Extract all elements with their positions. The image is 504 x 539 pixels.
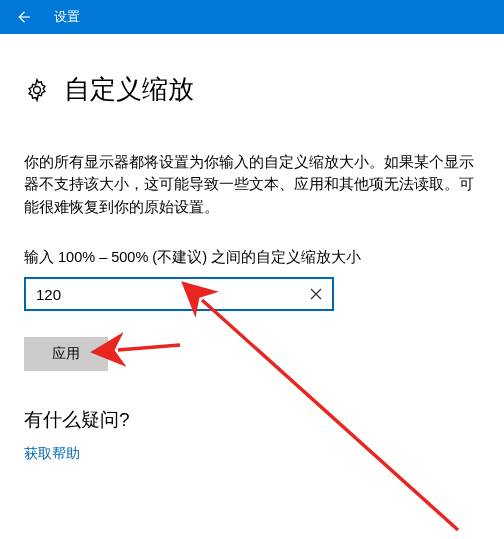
svg-point-0	[34, 86, 41, 93]
title-row: 自定义缩放	[24, 72, 480, 107]
close-icon	[310, 288, 322, 300]
back-arrow-icon	[14, 8, 32, 26]
gear-icon	[24, 77, 50, 103]
help-heading: 有什么疑问?	[24, 407, 480, 433]
header-title: 设置	[54, 8, 80, 26]
content-area: 自定义缩放 你的所有显示器都将设置为你输入的自定义缩放大小。如果某个显示器不支持…	[0, 34, 504, 463]
back-button[interactable]	[0, 0, 46, 34]
description-text: 你的所有显示器都将设置为你输入的自定义缩放大小。如果某个显示器不支持该大小，这可…	[24, 151, 480, 218]
get-help-link[interactable]: 获取帮助	[24, 445, 480, 463]
scale-input[interactable]	[26, 279, 332, 309]
apply-button[interactable]: 应用	[24, 337, 108, 371]
title-bar: 设置	[0, 0, 504, 34]
scale-input-label: 输入 100% – 500% (不建议) 之间的自定义缩放大小	[24, 248, 480, 267]
clear-input-button[interactable]	[300, 279, 332, 309]
scale-input-container	[24, 277, 334, 311]
page-title: 自定义缩放	[64, 72, 194, 107]
